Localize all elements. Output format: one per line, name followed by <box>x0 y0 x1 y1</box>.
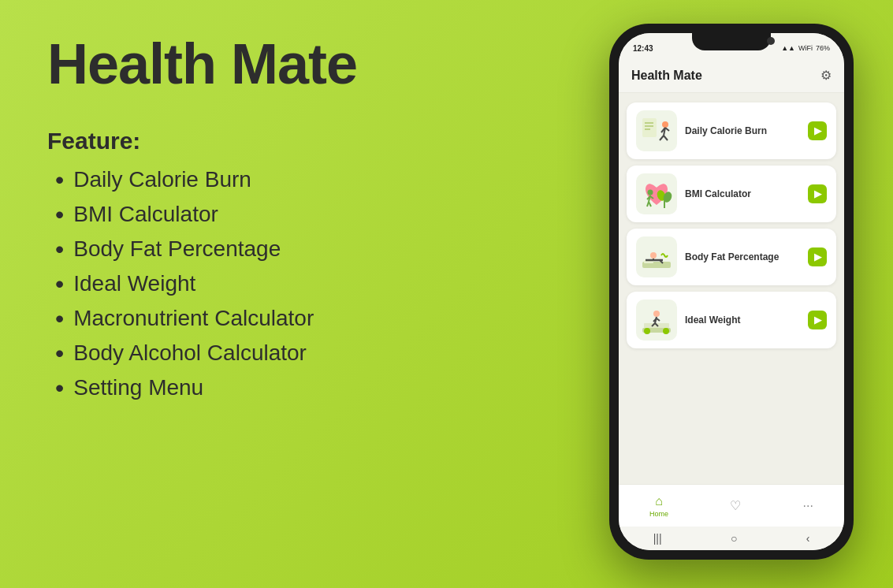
nav-more[interactable]: ··· <box>803 499 813 513</box>
feature-item-5-label: Macronutrient Calculator <box>73 306 314 331</box>
feature-item-4-label: Ideal Weight <box>73 271 195 296</box>
svg-line-13 <box>649 202 651 207</box>
svg-point-28 <box>663 328 669 334</box>
feature-section: Feature: Daily Calorie Burn BMI Calculat… <box>47 128 504 400</box>
feature-label: Feature: <box>47 128 504 154</box>
back-button[interactable]: ||| <box>653 532 662 545</box>
feature-item-6-label: Body Alcohol Calculator <box>73 341 307 366</box>
bmi-illustration <box>638 175 675 213</box>
feature-item-3: Body Fat Percentage <box>55 236 504 262</box>
svg-rect-0 <box>642 118 657 137</box>
card-idealweight[interactable]: Ideal Weight ▶ <box>627 292 836 348</box>
card-icon-idealweight <box>636 300 677 341</box>
phone-screen: 12:43 ▲▲ WiFi 76% Health Mate ⚙ <box>619 33 844 550</box>
card-label-calorie: Daily Calorie Burn <box>685 125 800 136</box>
feature-item-7-label: Setting Menu <box>73 375 203 400</box>
svg-line-34 <box>657 318 660 321</box>
svg-point-27 <box>644 328 650 334</box>
bottom-nav: ⌂ Home ♡ ··· <box>619 484 844 527</box>
feature-item-6: Body Alcohol Calculator <box>55 341 504 366</box>
card-bmi[interactable]: BMI Calculator ▶ <box>627 166 836 222</box>
card-label-bodyfat: Body Fat Percentage <box>685 251 800 262</box>
heart-icon: ♡ <box>730 498 741 513</box>
status-icons: ▲▲ WiFi 76% <box>781 44 830 52</box>
status-time: 12:43 <box>633 44 653 53</box>
home-button[interactable]: ○ <box>731 532 737 545</box>
phone-camera <box>767 37 775 45</box>
svg-point-29 <box>653 311 660 317</box>
app-content: Daily Calorie Burn ▶ <box>619 93 844 484</box>
filter-icon[interactable]: ⚙ <box>820 68 832 83</box>
svg-line-6 <box>660 136 664 140</box>
card-bodyfat[interactable]: Body Fat Percentage ▶ <box>627 229 836 285</box>
nav-home-label: Home <box>649 510 668 518</box>
card-arrow-idealweight[interactable]: ▶ <box>808 311 827 329</box>
home-icon: ⌂ <box>655 494 663 508</box>
nav-favorites[interactable]: ♡ <box>730 498 741 513</box>
left-section: Health Mate Feature: Daily Calorie Burn … <box>47 32 504 410</box>
svg-line-7 <box>664 136 668 140</box>
app-header: Health Mate ⚙ <box>619 58 844 93</box>
bodyfat-illustration <box>638 238 675 276</box>
card-icon-calorie <box>636 110 677 151</box>
card-arrow-bmi[interactable]: ▶ <box>808 184 827 203</box>
phone-notch <box>692 33 771 50</box>
idealweight-illustration <box>638 301 675 339</box>
phone-outer: 12:43 ▲▲ WiFi 76% Health Mate ⚙ <box>609 24 854 560</box>
svg-line-9 <box>665 128 669 131</box>
signal-icon: ▲▲ <box>781 44 795 52</box>
app-header-title: Health Mate <box>631 69 702 83</box>
phone-mockup: 12:43 ▲▲ WiFi 76% Health Mate ⚙ <box>609 24 854 560</box>
recents-button[interactable]: ‹ <box>806 532 810 545</box>
feature-item-2-label: BMI Calculator <box>73 202 218 227</box>
feature-item-1-label: Daily Calorie Burn <box>73 167 251 192</box>
feature-item-1: Daily Calorie Burn <box>55 167 504 192</box>
card-icon-bmi <box>636 173 677 214</box>
nav-home[interactable]: ⌂ Home <box>649 494 668 518</box>
more-icon: ··· <box>803 499 813 513</box>
svg-point-21 <box>650 252 657 259</box>
svg-point-4 <box>662 121 668 128</box>
card-icon-bodyfat <box>636 236 677 277</box>
feature-item-2: BMI Calculator <box>55 202 504 227</box>
card-arrow-bodyfat[interactable]: ▶ <box>808 247 827 266</box>
card-daily-calorie[interactable]: Daily Calorie Burn ▶ <box>627 102 836 159</box>
feature-item-4: Ideal Weight <box>55 271 504 296</box>
system-nav: ||| ○ ‹ <box>619 527 844 550</box>
feature-list: Daily Calorie Burn BMI Calculator Body F… <box>47 167 504 400</box>
battery-icon: 76% <box>816 44 830 52</box>
card-arrow-calorie[interactable]: ▶ <box>808 121 827 140</box>
wifi-icon: WiFi <box>798 44 813 52</box>
svg-point-10 <box>648 190 653 195</box>
calorie-illustration <box>638 112 675 150</box>
feature-item-3-label: Body Fat Percentage <box>73 236 281 262</box>
app-title: Health Mate <box>47 32 504 96</box>
feature-item-7: Setting Menu <box>55 375 504 400</box>
feature-item-5: Macronutrient Calculator <box>55 306 504 331</box>
card-label-bmi: BMI Calculator <box>685 188 800 199</box>
card-label-idealweight: Ideal Weight <box>685 314 800 326</box>
